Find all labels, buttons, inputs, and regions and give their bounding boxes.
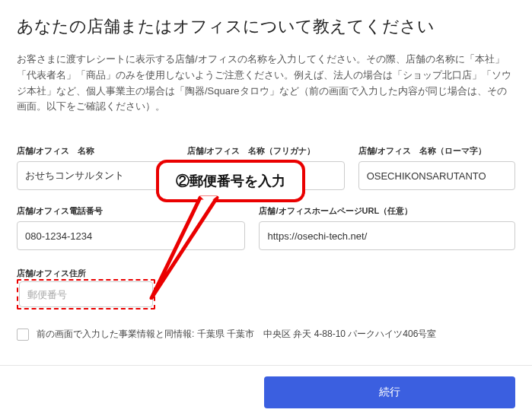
postal-highlight-box bbox=[17, 279, 155, 309]
input-store-name-romaji[interactable] bbox=[358, 161, 515, 190]
row-phone-url: 店舗/オフィス電話番号 店舗/オフィスホームページURL（任意） bbox=[17, 205, 515, 250]
input-store-name-kana[interactable] bbox=[187, 161, 344, 190]
checkbox-label: 前の画面で入力した事業情報と同情報: 千葉県 千葉市 中央区 弁天 4-88-1… bbox=[37, 328, 436, 341]
label-phone: 店舗/オフィス電話番号 bbox=[17, 205, 245, 217]
input-postal-code[interactable] bbox=[19, 281, 153, 307]
label-address: 店舗/オフィス住所 bbox=[17, 268, 86, 278]
footer-bar: 続行 bbox=[0, 365, 532, 419]
field-url: 店舗/オフィスホームページURL（任意） bbox=[259, 205, 515, 250]
page-title: あなたの店舗またはオフィスについて教えてください bbox=[17, 15, 515, 38]
continue-button[interactable]: 続行 bbox=[264, 376, 515, 408]
field-store-name-kana: 店舗/オフィス 名称（フリガナ） bbox=[187, 145, 344, 190]
label-url: 店舗/オフィスホームページURL（任意） bbox=[259, 205, 515, 217]
field-address: 店舗/オフィス住所 bbox=[17, 265, 515, 309]
field-phone: 店舗/オフィス電話番号 bbox=[17, 205, 245, 250]
row-store-names: 店舗/オフィス 名称 店舗/オフィス 名称（フリガナ） 店舗/オフィス 名称（ロ… bbox=[17, 145, 515, 190]
field-store-name-romaji: 店舗/オフィス 名称（ローマ字） bbox=[358, 145, 515, 190]
label-store-name-kana: 店舗/オフィス 名称（フリガナ） bbox=[187, 145, 344, 157]
input-store-name[interactable] bbox=[17, 161, 174, 190]
input-url[interactable] bbox=[259, 221, 515, 250]
page-description: お客さまに渡すレシートに表示する店舗/オフィスの名称を入力してください。その際、… bbox=[17, 52, 515, 115]
input-phone[interactable] bbox=[17, 221, 245, 250]
same-as-previous-row: 前の画面で入力した事業情報と同情報: 千葉県 千葉市 中央区 弁天 4-88-1… bbox=[17, 328, 515, 341]
label-store-name: 店舗/オフィス 名称 bbox=[17, 145, 174, 157]
label-store-name-romaji: 店舗/オフィス 名称（ローマ字） bbox=[358, 145, 515, 157]
field-store-name: 店舗/オフィス 名称 bbox=[17, 145, 174, 190]
checkbox-same-as-previous[interactable] bbox=[17, 329, 29, 341]
svg-marker-1 bbox=[200, 196, 217, 204]
